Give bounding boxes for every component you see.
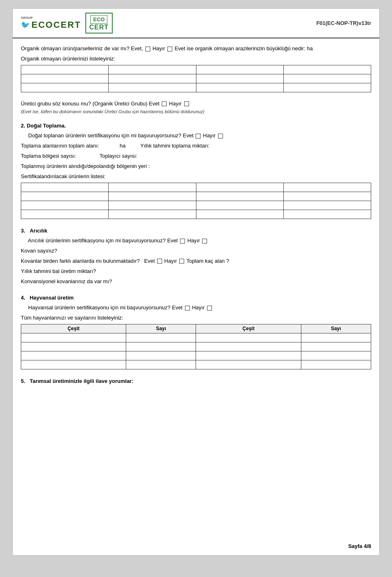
table-row [21, 65, 371, 74]
hayvansal-question: Hayvansal ürünlerin sertifikasyonu için … [21, 304, 371, 312]
dogal-toplama-section: 2. Doğal Toplama. Doğal toplanan ürünler… [21, 121, 371, 219]
kovan-sayisi: Kovan sayınız? [21, 246, 371, 255]
content: Organik olmayan ürün/parselleriniz de va… [13, 38, 379, 399]
konvansiyonel: Konvansiyonel kovanlarınız da var mı? [21, 277, 371, 286]
uretici-grubu-section: Üretici grubu söz konusu mu? (Organik Ür… [21, 100, 371, 114]
table-row [21, 342, 371, 351]
hayir-checkbox-aricilik[interactable] [202, 239, 207, 244]
eco-cert-box: ECO CERT [85, 13, 113, 34]
organik-liste-label: Organik olmayan ürünlerinizi listeleyini… [21, 54, 371, 63]
hayir-checkbox-uretici[interactable] [184, 101, 189, 106]
ecocert-text: ECOCERT [31, 20, 81, 30]
page: GROUP 🐦 ECOCERT ECO CERT F01(EC-NOP-TR)v… [12, 8, 380, 556]
page-footer: Sayfa 4/8 [348, 543, 371, 549]
organic-question: Organik olmayan ürün/parselleriniz de va… [21, 45, 371, 53]
bird-icon: 🐦 [21, 20, 30, 29]
hayir-checkbox-organic[interactable] [167, 47, 172, 51]
dogal-table [21, 183, 371, 219]
dogal-toplama-title: 2. Doğal Toplama. [21, 121, 371, 130]
dogal-field2: Toplama bölgesi sayısı: Toplayıcı sayısı… [21, 152, 371, 161]
aricilik-question: Arıcılık ürünlerinin sertifikasyonu için… [21, 237, 371, 245]
col-sayi1: Sayı [126, 324, 196, 333]
hayvanlar-liste-label: Tüm hayvanlarınızı ve sayılarını listele… [21, 313, 371, 322]
col-sayi2: Sayı [301, 324, 371, 333]
table-row [21, 351, 371, 360]
table-row [21, 83, 371, 92]
kovanlar-alanlarda: Kovanlar birden farklı alanlarda mı bulu… [21, 257, 371, 266]
col-cesit1: Çeşit [21, 324, 126, 333]
tarimsal-title: 5. Tarımsal üretiminizle ilgili ilave yo… [21, 377, 371, 386]
organic-section: Organik olmayan ürün/parselleriniz de va… [21, 45, 371, 92]
yillik-bal: Yıllık tahmini bal üretim miktarı? [21, 267, 371, 276]
table-row [21, 210, 371, 219]
table-row [21, 192, 371, 201]
cert-label: CERT [89, 24, 109, 31]
ecocert-logo: GROUP 🐦 ECOCERT [21, 16, 81, 30]
hayir-checkbox-hayvansal[interactable] [207, 306, 212, 311]
form-code: F01(EC-NOP-TR)v13tr [316, 20, 371, 26]
evet-checkbox-organic[interactable] [145, 47, 150, 51]
hayvansal-table: Çeşit Sayı Çeşit Sayı [21, 324, 371, 369]
evet-checkbox-hayvansal[interactable] [185, 306, 190, 311]
col-cesit2: Çeşit [196, 324, 301, 333]
table-header-row: Çeşit Sayı Çeşit Sayı [21, 324, 371, 333]
hayir-checkbox-dogal[interactable] [218, 134, 223, 139]
logo-area: GROUP 🐦 ECOCERT ECO CERT [21, 13, 113, 34]
uretici-question: Üretici grubu söz konusu mu? (Organik Ür… [21, 100, 371, 108]
dogal-toplama-question: Doğal toplanan ürünlerin sertifikasyonu … [21, 132, 371, 140]
hayir2-checkbox-aricilik[interactable] [179, 259, 184, 264]
organic-table [21, 65, 371, 92]
evet-checkbox-uretici[interactable] [162, 101, 167, 106]
tarimsal-section: 5. Tarımsal üretiminizle ilgili ilave yo… [21, 377, 371, 386]
eco-label: ECO [90, 15, 107, 24]
table-row [21, 201, 371, 210]
aricilik-title: 3. Arıcılık [21, 226, 371, 235]
dogal-field4: Sertifikalandırılacak ürünlerin listesi: [21, 172, 371, 181]
header: GROUP 🐦 ECOCERT ECO CERT F01(EC-NOP-TR)v… [13, 9, 379, 38]
evet-checkbox-dogal[interactable] [196, 134, 200, 139]
table-row [21, 360, 371, 369]
table-row [21, 74, 371, 83]
hayvansal-title: 4. Hayvansal üretim [21, 293, 371, 302]
dogal-field3: Toplanmış ürünlerin alındığı/depolandığı… [21, 162, 371, 171]
table-row [21, 333, 371, 342]
group-text: GROUP [21, 16, 33, 20]
dogal-field1: Toplama alanlarının toplam alanı: ha Yıl… [21, 141, 371, 150]
page-number: Sayfa 4/8 [348, 543, 371, 549]
uretici-sub-text: (Evet ise, lütfen bu dokümanın sonundaki… [21, 109, 371, 114]
evet2-checkbox-aricilik[interactable] [157, 259, 162, 264]
evet-checkbox-aricilik[interactable] [180, 239, 185, 244]
table-row [21, 183, 371, 192]
hayvansal-section: 4. Hayvansal üretim Hayvansal ürünlerin … [21, 293, 371, 369]
aricilik-section: 3. Arıcılık Arıcılık ürünlerinin sertifi… [21, 226, 371, 286]
